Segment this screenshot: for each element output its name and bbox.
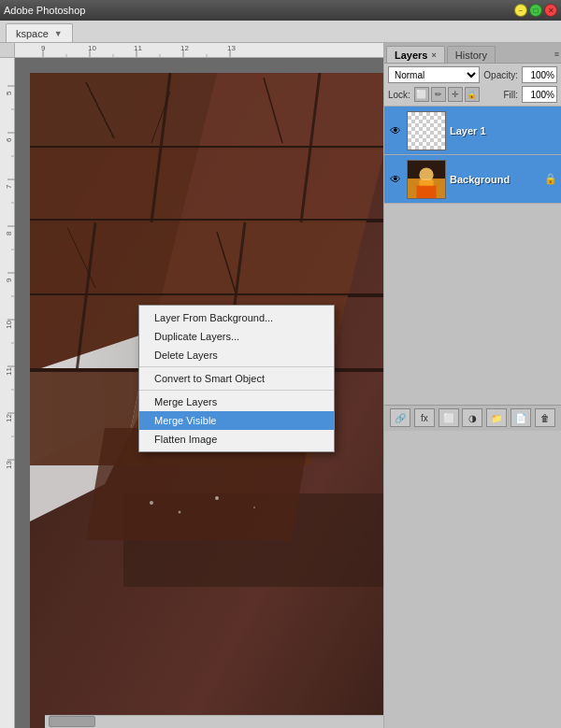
layer-bg-thumbnail (407, 160, 446, 199)
layer-item-1[interactable]: 👁 Layer 1 (384, 107, 561, 155)
app-title: Adobe Photoshop (4, 5, 85, 16)
adjustment-button[interactable]: ◑ (462, 408, 482, 427)
lock-transparent-btn[interactable]: ⬜ (414, 87, 429, 102)
layer-bg-preview (408, 161, 445, 198)
ctx-separator-2 (139, 390, 334, 391)
svg-text:12: 12 (180, 44, 189, 52)
maximize-button[interactable]: □ (529, 4, 542, 17)
layer-1-name: Layer 1 (450, 125, 557, 136)
panel-collapse-btn[interactable]: ≡ (554, 50, 559, 63)
svg-text:9: 9 (41, 44, 46, 52)
ruler-corner (0, 43, 15, 58)
svg-marker-45 (180, 148, 383, 222)
lock-image-btn[interactable]: ✏ (431, 87, 446, 102)
horizontal-ruler: 9 10 11 12 13 (15, 43, 383, 58)
vertical-ruler: 5 6 7 8 9 10 11 12 13 (0, 58, 15, 728)
opacity-input[interactable] (522, 66, 557, 83)
svg-marker-42 (198, 73, 383, 148)
tab-label: kspace (16, 28, 49, 39)
title-bar: Adobe Photoshop − □ ✕ (0, 0, 561, 21)
ctx-convert-smart-object[interactable]: Convert to Smart Object (139, 369, 334, 388)
workspace-tab[interactable]: kspace ▼ (6, 23, 73, 42)
layer-1-visibility-toggle[interactable]: 👁 (388, 123, 403, 138)
svg-text:10: 10 (5, 321, 13, 329)
svg-text:8: 8 (5, 231, 13, 236)
lock-icons: ⬜ ✏ ✛ 🔒 (414, 87, 480, 102)
canvas-area: 9 10 11 12 13 (0, 43, 383, 728)
ctx-delete-layers[interactable]: Delete Layers (139, 346, 334, 364)
svg-point-65 (179, 511, 181, 514)
lock-position-btn[interactable]: ✛ (448, 87, 463, 102)
layers-controls: Normal Opacity: Lock: ⬜ ✏ ✛ 🔒 Fill: (384, 64, 561, 107)
tab-layers[interactable]: Layers × (386, 46, 445, 63)
layers-row2: Lock: ⬜ ✏ ✛ 🔒 Fill: (388, 86, 557, 103)
ctx-merge-visible[interactable]: Merge Visible (139, 411, 334, 430)
panel-tabs: Layers × History (386, 43, 497, 63)
svg-point-74 (419, 167, 433, 181)
blend-mode-select[interactable]: Normal (388, 66, 480, 83)
title-bar-left: Adobe Photoshop (4, 5, 85, 16)
tab-history[interactable]: History (447, 46, 496, 63)
layers-list: 👁 Layer 1 👁 (384, 107, 561, 405)
title-bar-controls: − □ ✕ (514, 4, 557, 17)
ctx-duplicate-layers[interactable]: Duplicate Layers... (139, 327, 334, 346)
svg-text:11: 11 (134, 44, 142, 52)
opacity-label: Opacity: (483, 70, 518, 80)
horizontal-scroll-thumb[interactable] (49, 716, 95, 727)
svg-text:12: 12 (5, 414, 13, 422)
layers-row1: Normal Opacity: (388, 66, 557, 83)
delete-layer-button[interactable]: 🗑 (535, 408, 555, 427)
layer-bg-name: Background (450, 174, 540, 185)
link-layers-button[interactable]: 🔗 (390, 408, 410, 427)
ctx-separator-1 (139, 366, 334, 367)
ctx-merge-layers[interactable]: Merge Layers (139, 393, 334, 411)
svg-marker-44 (30, 148, 198, 222)
layer-bg-lock-icon: 🔒 (544, 173, 557, 185)
panel-bottom-toolbar: 🔗 fx ⬜ ◑ 📁 📄 🗑 (384, 405, 561, 431)
tab-close-icon[interactable]: ▼ (54, 29, 63, 38)
mask-button[interactable]: ⬜ (439, 408, 459, 427)
horizontal-scrollbar[interactable] (45, 715, 383, 728)
svg-text:10: 10 (88, 44, 96, 52)
svg-point-66 (215, 496, 219, 500)
ruler-row: 9 10 11 12 13 (0, 43, 383, 58)
ctx-flatten-image[interactable]: Flatten Image (139, 430, 334, 449)
fill-label: Fill: (503, 90, 518, 100)
svg-text:9: 9 (5, 278, 13, 282)
layer-1-checker (408, 112, 445, 150)
layer-1-thumbnail (407, 111, 446, 150)
lock-label: Lock: (388, 90, 410, 100)
svg-point-67 (253, 507, 255, 508)
minimize-button[interactable]: − (514, 4, 527, 17)
svg-text:6: 6 (5, 137, 13, 142)
new-layer-button[interactable]: 📄 (511, 408, 531, 427)
layer-item-background[interactable]: 👁 Background 🔒 (384, 155, 561, 204)
svg-text:5: 5 (5, 91, 13, 95)
svg-marker-51 (161, 221, 367, 297)
svg-text:13: 13 (5, 461, 13, 469)
close-button[interactable]: ✕ (544, 4, 557, 17)
lock-all-btn[interactable]: 🔒 (465, 87, 480, 102)
panel-header: Layers × History ≡ (384, 43, 561, 64)
svg-rect-76 (417, 185, 437, 197)
svg-text:7: 7 (5, 184, 13, 189)
group-button[interactable]: 📁 (486, 408, 507, 427)
fx-button[interactable]: fx (414, 408, 435, 427)
menu-bar: kspace ▼ (0, 21, 561, 43)
svg-point-64 (150, 501, 153, 505)
svg-marker-50 (30, 221, 180, 297)
svg-marker-41 (30, 73, 217, 148)
context-menu: Layer From Background... Duplicate Layer… (138, 305, 335, 452)
fill-input[interactable] (522, 86, 557, 103)
layer-bg-visibility-toggle[interactable]: 👁 (388, 172, 403, 187)
svg-text:11: 11 (5, 367, 13, 376)
tab-layers-close[interactable]: × (431, 50, 436, 60)
right-panel: Layers × History ≡ Normal Opacity: Lock: (383, 43, 561, 728)
panel-lower-area (384, 431, 561, 729)
ctx-layer-from-background[interactable]: Layer From Background... (139, 308, 334, 327)
main-layout: 9 10 11 12 13 (0, 43, 561, 728)
svg-text:13: 13 (227, 44, 236, 52)
